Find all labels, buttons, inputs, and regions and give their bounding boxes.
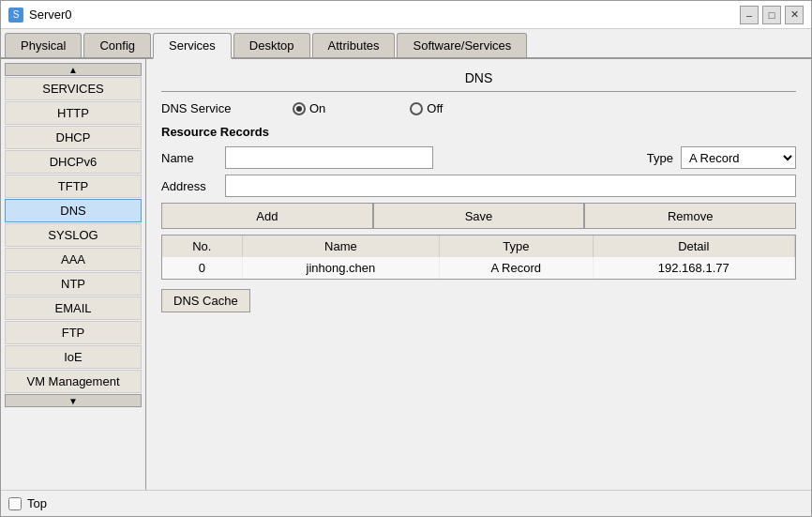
cell-type: A Record: [440, 257, 593, 279]
status-bar: Top: [1, 490, 811, 516]
resource-records-label: Resource Records: [161, 125, 796, 139]
sidebar-item-services[interactable]: SERVICES: [5, 77, 142, 100]
sidebar-item-ftp[interactable]: FTP: [5, 321, 142, 344]
col-detail: Detail: [593, 236, 794, 257]
dns-cache-button[interactable]: DNS Cache: [161, 289, 250, 312]
close-button[interactable]: ✕: [785, 6, 804, 24]
name-input[interactable]: [225, 146, 433, 169]
address-row: Address: [161, 175, 796, 197]
add-button[interactable]: Add: [161, 203, 373, 229]
sidebar-item-ioe[interactable]: IoE: [5, 345, 142, 369]
window-controls: – □ ✕: [740, 6, 804, 24]
col-type: Type: [440, 236, 593, 257]
sidebar-item-ntp[interactable]: NTP: [5, 272, 142, 296]
dns-panel: DNS DNS Service On Off: [146, 59, 811, 490]
sidebar-item-dns[interactable]: DNS: [5, 199, 142, 222]
tab-attributes[interactable]: Attributes: [312, 33, 396, 57]
sidebar-item-aaa[interactable]: AAA: [5, 248, 142, 271]
remove-button[interactable]: Remove: [584, 203, 796, 229]
window-title: Server0: [29, 8, 72, 22]
sidebar-item-tftp[interactable]: TFTP: [5, 175, 142, 198]
radio-off-option[interactable]: Off: [410, 101, 443, 115]
maximize-button[interactable]: □: [762, 6, 781, 24]
save-button[interactable]: Save: [373, 203, 585, 229]
dns-radio-group: On: [293, 101, 325, 115]
tab-config[interactable]: Config: [83, 33, 151, 57]
scroll-down-arrow[interactable]: ▼: [5, 394, 142, 407]
sidebar: ▲ SERVICES HTTP DHCP DHCPv6 TFTP DNS SYS…: [1, 59, 146, 490]
tab-bar: Physical Config Services Desktop Attribu…: [1, 29, 811, 59]
records-table: No. Name Type Detail 0jinhong.chenA Reco…: [161, 235, 796, 280]
sidebar-item-http[interactable]: HTTP: [5, 101, 142, 125]
scroll-up-arrow[interactable]: ▲: [5, 63, 142, 76]
tab-software-services[interactable]: Software/Services: [397, 33, 527, 57]
table-row[interactable]: 0jinhong.chenA Record192.168.1.77: [162, 257, 795, 279]
dns-service-label: DNS Service: [161, 101, 264, 115]
title-bar-left: S Server0: [8, 8, 72, 23]
dns-service-row: DNS Service On Off: [161, 101, 796, 115]
tab-desktop[interactable]: Desktop: [233, 33, 310, 57]
name-type-row: Name Type A Record AAAA Record CNAME Rec…: [161, 146, 796, 169]
sidebar-item-dhcpv6[interactable]: DHCPv6: [5, 150, 142, 174]
col-no: No.: [162, 236, 242, 257]
sidebar-item-syslog[interactable]: SYSLOG: [5, 223, 142, 247]
radio-off-label: Off: [427, 101, 443, 115]
cell-name: jinhong.chen: [242, 257, 439, 279]
name-label: Name: [161, 151, 218, 165]
address-label: Address: [161, 179, 218, 193]
sidebar-item-dhcp[interactable]: DHCP: [5, 126, 142, 149]
title-bar: S Server0 – □ ✕: [1, 1, 811, 29]
sidebar-item-email[interactable]: EMAIL: [5, 297, 142, 320]
radio-off-circle: [410, 102, 423, 115]
address-input[interactable]: [225, 175, 796, 197]
type-select[interactable]: A Record AAAA Record CNAME Record MX Rec…: [681, 146, 796, 169]
minimize-button[interactable]: –: [740, 6, 759, 24]
type-label: Type: [647, 151, 673, 165]
main-window: S Server0 – □ ✕ Physical Config Services…: [0, 0, 812, 517]
action-buttons-row: Add Save Remove: [161, 203, 796, 229]
cell-no: 0: [162, 257, 242, 279]
dns-radio-group-off: Off: [410, 101, 443, 115]
top-checkbox[interactable]: [8, 497, 22, 510]
tab-services[interactable]: Services: [153, 33, 232, 59]
col-name: Name: [242, 236, 439, 257]
app-icon: S: [8, 8, 23, 23]
footer-row: DNS Cache: [161, 289, 796, 312]
sidebar-item-vm-management[interactable]: VM Management: [5, 370, 142, 393]
radio-on-option[interactable]: On: [293, 101, 325, 115]
panel-title: DNS: [161, 70, 796, 92]
main-content: ▲ SERVICES HTTP DHCP DHCPv6 TFTP DNS SYS…: [1, 59, 811, 490]
resource-records-section: Resource Records Name Type A Record AAAA…: [161, 125, 796, 280]
radio-on-label: On: [309, 101, 325, 115]
radio-on-circle: [293, 102, 306, 115]
cell-detail: 192.168.1.77: [593, 257, 794, 279]
top-label: Top: [27, 496, 47, 510]
tab-physical[interactable]: Physical: [5, 33, 82, 57]
